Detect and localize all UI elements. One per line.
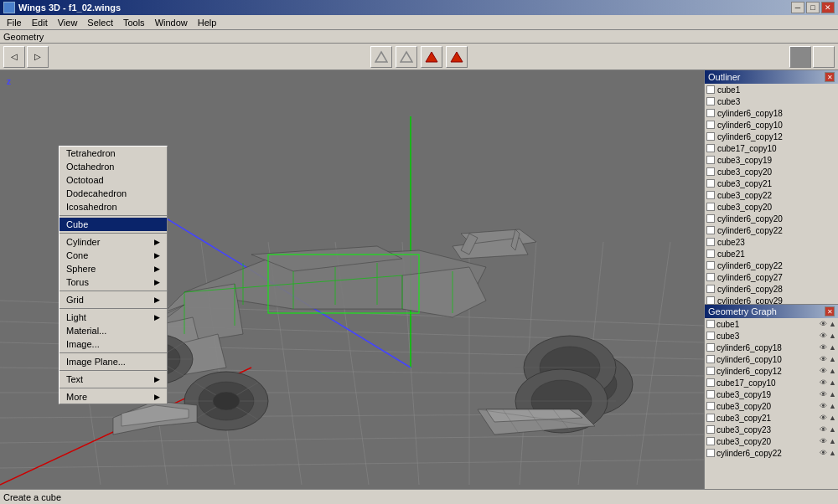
menu-help[interactable]: Help (193, 17, 222, 28)
geo-list-item[interactable]: cube3_copy19 👁 ▲ (705, 388, 838, 400)
list-item[interactable]: cylinder6_copy27 (705, 271, 838, 283)
eye-icon[interactable]: 👁 (820, 378, 827, 387)
menu-select[interactable]: Select (82, 17, 118, 28)
geo-checkbox[interactable] (706, 378, 715, 387)
ctx-image-plane[interactable]: Image Plane... (59, 355, 167, 368)
list-item[interactable]: cube23 (705, 236, 838, 248)
geo-graph-close-button[interactable]: ✕ (825, 306, 835, 316)
outliner-checkbox[interactable] (706, 167, 715, 176)
menu-file[interactable]: File (2, 17, 27, 28)
ctx-light[interactable]: Light ▶ (59, 311, 167, 324)
geo-checkbox[interactable] (706, 355, 715, 363)
list-item[interactable]: cube1 (705, 84, 838, 95)
geo-list-item[interactable]: cube3_copy21 👁 ▲ (705, 412, 838, 424)
outliner-checkbox[interactable] (706, 249, 715, 258)
outliner-checkbox[interactable] (706, 261, 715, 270)
eye-icon[interactable]: 👁 (820, 367, 827, 375)
eye-icon[interactable]: 👁 (820, 390, 827, 399)
outliner-checkbox[interactable] (706, 132, 715, 141)
geo-list-item[interactable]: cube3_copy23 👁 ▲ (705, 424, 838, 435)
geo-checkbox[interactable] (706, 332, 715, 340)
outliner-checkbox[interactable] (706, 273, 715, 281)
list-item[interactable]: cylinder6_copy10 (705, 119, 838, 131)
eye-icon[interactable]: 👁 (820, 343, 827, 352)
list-item[interactable]: cube3_copy20 (705, 201, 838, 213)
ctx-grid[interactable]: Grid ▶ (59, 293, 167, 306)
outliner-list[interactable]: cube1 cube3 cylinder6_copy18 cylinder6_c… (705, 84, 838, 305)
geo-list-item[interactable]: cylinder6_copy10 👁 ▲ (705, 353, 838, 365)
eye-icon[interactable]: 👁 (820, 402, 827, 410)
view-btn-3[interactable] (421, 46, 442, 68)
arrow-up-icon[interactable]: ▲ (829, 390, 836, 399)
view-btn-4[interactable] (446, 46, 468, 68)
list-item[interactable]: cylinder6_copy29 (705, 295, 838, 305)
outliner-checkbox[interactable] (706, 285, 715, 293)
ctx-sphere[interactable]: Sphere ▶ (59, 262, 167, 275)
outliner-checkbox[interactable] (706, 214, 715, 223)
geo-checkbox[interactable] (706, 425, 715, 434)
outliner-checkbox[interactable] (706, 156, 715, 164)
list-item[interactable]: cube21 (705, 248, 838, 260)
maximize-button[interactable]: □ (806, 2, 820, 13)
list-item[interactable]: cylinder6_copy22 (705, 260, 838, 271)
outliner-checkbox[interactable] (706, 109, 715, 117)
arrow-up-icon[interactable]: ▲ (829, 402, 836, 410)
outliner-checkbox[interactable] (706, 144, 715, 152)
menu-tools[interactable]: Tools (118, 17, 150, 28)
geo-checkbox[interactable] (706, 437, 715, 445)
geo-list-item[interactable]: cube3_copy20 👁 ▲ (705, 400, 838, 412)
list-item[interactable]: cube3_copy19 (705, 154, 838, 166)
arrow-up-icon[interactable]: ▲ (829, 332, 836, 340)
view-btn-1[interactable] (370, 46, 392, 68)
outliner-checkbox[interactable] (706, 85, 715, 94)
panel-btn-2[interactable] (813, 46, 835, 68)
outliner-close-button[interactable]: ✕ (825, 72, 835, 82)
geo-list-item[interactable]: cylinder6_copy22 👁 ▲ (705, 447, 838, 459)
context-menu[interactable]: Tetrahedron Octahedron Octotoad Dodecahe… (59, 146, 168, 404)
list-item[interactable]: cube3_copy20 (705, 166, 838, 177)
eye-icon[interactable]: 👁 (820, 449, 827, 457)
menu-edit[interactable]: Edit (27, 17, 53, 28)
list-item[interactable]: cylinder6_copy20 (705, 213, 838, 224)
outliner-checkbox[interactable] (706, 238, 715, 246)
eye-icon[interactable]: 👁 (820, 437, 827, 445)
ctx-material[interactable]: Material... (59, 324, 167, 337)
geo-checkbox[interactable] (706, 414, 715, 422)
panel-btn-1[interactable] (789, 46, 811, 68)
ctx-octotoad[interactable]: Octotoad (59, 173, 167, 187)
geo-checkbox[interactable] (706, 343, 715, 352)
geo-list-item[interactable]: cube17_copy10 👁 ▲ (705, 377, 838, 388)
ctx-image[interactable]: Image... (59, 337, 167, 351)
ctx-text[interactable]: Text ▶ (59, 373, 167, 386)
ctx-more[interactable]: More ▶ (59, 390, 167, 404)
geo-checkbox[interactable] (706, 367, 715, 375)
list-item[interactable]: cube3 (705, 95, 838, 107)
outliner-checkbox[interactable] (706, 97, 715, 105)
ctx-icosahedron[interactable]: Icosahedron (59, 200, 167, 213)
ctx-octahedron[interactable]: Octahedron (59, 160, 167, 173)
eye-icon[interactable]: 👁 (820, 332, 827, 340)
ctx-torus[interactable]: Torus ▶ (59, 275, 167, 289)
outliner-checkbox[interactable] (706, 179, 715, 188)
outliner-checkbox[interactable] (706, 203, 715, 211)
list-item[interactable]: cylinder6_copy22 (705, 224, 838, 236)
minimize-button[interactable]: ─ (791, 2, 804, 13)
list-item[interactable]: cube3_copy22 (705, 189, 838, 201)
geo-checkbox[interactable] (706, 390, 715, 399)
list-item[interactable]: cylinder6_copy28 (705, 283, 838, 295)
arrow-up-icon[interactable]: ▲ (829, 425, 836, 434)
arrow-up-icon[interactable]: ▲ (829, 449, 836, 457)
outliner-checkbox[interactable] (706, 296, 715, 305)
geo-list-item[interactable]: cylinder6_copy12 👁 ▲ (705, 365, 838, 377)
arrow-up-icon[interactable]: ▲ (829, 378, 836, 387)
eye-icon[interactable]: 👁 (820, 425, 827, 434)
ctx-cone[interactable]: Cone ▶ (59, 249, 167, 262)
outliner-checkbox[interactable] (706, 121, 715, 129)
geo-checkbox[interactable] (706, 402, 715, 410)
ctx-cube[interactable]: Cube (59, 218, 167, 231)
back-button[interactable]: ◁ (3, 46, 25, 68)
outliner-checkbox[interactable] (706, 191, 715, 199)
ctx-tetrahedron[interactable]: Tetrahedron (59, 147, 167, 160)
eye-icon[interactable]: 👁 (820, 355, 827, 363)
ctx-cylinder[interactable]: Cylinder ▶ (59, 235, 167, 249)
